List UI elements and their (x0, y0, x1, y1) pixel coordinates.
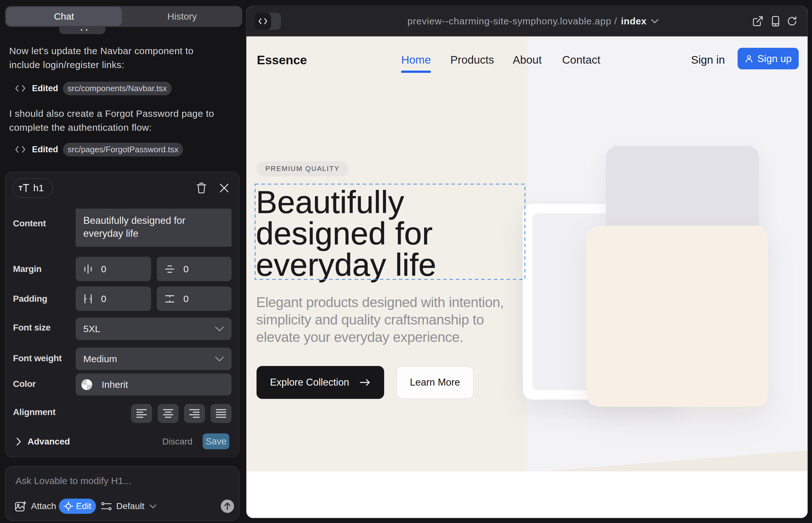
premium-quality-badge: PREMIUM QUALITY (257, 161, 348, 176)
content-input[interactable]: Beautifully designed for everyday life (76, 209, 231, 247)
align-center-button[interactable] (158, 404, 179, 423)
padding-label: Padding (13, 294, 47, 304)
align-right-button[interactable] (184, 404, 205, 423)
font-size-label: Font size (13, 323, 51, 333)
code-icon (15, 84, 25, 92)
padding-x-input[interactable]: 0 (76, 287, 151, 311)
refresh-icon[interactable] (787, 16, 797, 26)
discard-label: Discard (162, 437, 193, 447)
edited-file-row: Edited src/components/Navbar.tsx (9, 82, 172, 95)
mobile-view-icon[interactable] (770, 16, 781, 26)
edited-label: Edited (32, 145, 58, 155)
chevron-down-icon (651, 19, 659, 23)
nav-about[interactable]: About (513, 54, 542, 66)
signin-link[interactable]: Sign in (691, 54, 725, 66)
send-button[interactable] (221, 500, 234, 513)
signup-label: Sign up (757, 53, 792, 65)
preview-panel: preview--charming-site-symphony.lovable.… (246, 6, 808, 518)
website-preview: Essence Home Products About Contact Sign… (246, 36, 808, 518)
sliders-icon (101, 502, 112, 511)
clipped-file-pill (59, 26, 105, 34)
margin-horizontal-icon (83, 264, 93, 274)
font-weight-label: Font weight (13, 353, 62, 363)
learn-more-button[interactable]: Learn More (396, 366, 474, 399)
save-label: Save (206, 436, 226, 447)
padding-x-value: 0 (101, 293, 106, 304)
assistant-message: Now let's update the Navbar component to… (9, 44, 218, 72)
edit-label: Edit (76, 501, 91, 511)
preview-browser-bar: preview--charming-site-symphony.lovable.… (246, 6, 808, 36)
edited-file-row: Edited src/pages/ForgotPassword.tsx (9, 143, 183, 156)
code-icon (15, 145, 25, 154)
edited-file-chip[interactable]: src/pages/ForgotPassword.tsx (63, 143, 183, 157)
url-page: index (621, 16, 647, 26)
chevron-down-icon (215, 326, 224, 331)
nav-home-underline (401, 71, 431, 73)
content-label: Content (13, 218, 46, 229)
nav-products[interactable]: Products (450, 54, 494, 66)
selected-element-tag: h1 (13, 178, 53, 198)
delete-element-button[interactable] (194, 181, 208, 195)
color-label: Color (13, 379, 36, 389)
padding-y-value: 0 (183, 293, 189, 304)
nav-home[interactable]: Home (401, 54, 431, 66)
margin-vertical-icon (164, 264, 175, 274)
code-preview-toggle[interactable] (254, 13, 281, 30)
font-size-select[interactable]: 5XL (76, 318, 231, 340)
tab-history-label: History (167, 11, 197, 22)
padding-vertical-icon (164, 294, 175, 304)
explore-collection-button[interactable]: Explore Collection (257, 366, 384, 399)
edited-file-chip[interactable]: src/components/Navbar.tsx (63, 82, 172, 95)
close-icon[interactable] (217, 181, 231, 195)
arrow-right-icon (360, 378, 371, 386)
open-external-icon[interactable] (753, 16, 763, 26)
margin-x-input[interactable]: 0 (76, 257, 151, 281)
nav-contact[interactable]: Contact (562, 54, 600, 66)
chat-history-tabbar: Chat History (5, 6, 242, 27)
save-button[interactable]: Save (203, 433, 229, 449)
margin-y-input[interactable]: 0 (157, 257, 231, 281)
explore-collection-label: Explore Collection (270, 377, 349, 388)
preview-url[interactable]: preview--charming-site-symphony.lovable.… (407, 6, 658, 36)
type-icon (18, 183, 29, 193)
assistant-message: I should also create a Forgot Password p… (9, 107, 218, 134)
chevron-down-icon (149, 504, 156, 508)
hero-paragraph: Elegant products designed with intention… (256, 293, 513, 346)
tab-chat[interactable]: Chat (6, 7, 122, 26)
tab-chat-label: Chat (54, 11, 74, 22)
alignment-label: Alignment (13, 407, 55, 417)
decor-card-cream (586, 226, 768, 407)
url-prefix: preview--charming-site-symphony.lovable.… (407, 16, 617, 26)
learn-more-label: Learn More (410, 377, 460, 388)
color-value: Inherit (102, 379, 128, 390)
font-size-value: 5XL (83, 324, 100, 334)
prompt-box: Attach Edit Default (5, 466, 240, 521)
edit-mode-pill[interactable]: Edit (59, 499, 96, 514)
advanced-toggle[interactable]: Advanced (16, 434, 70, 450)
mode-label: Default (116, 501, 144, 511)
padding-horizontal-icon (83, 293, 93, 304)
target-icon (64, 502, 73, 511)
discard-button[interactable]: Discard (163, 434, 192, 450)
prompt-input[interactable] (16, 474, 225, 488)
chevron-right-icon (16, 437, 21, 446)
margin-label: Margin (13, 264, 41, 274)
site-logo[interactable]: Essence (257, 53, 307, 68)
person-icon (744, 54, 754, 63)
hero-section: Essence Home Products About Contact Sign… (246, 36, 808, 471)
padding-y-input[interactable]: 0 (157, 287, 231, 311)
element-editor-panel: h1 Content Beautifully designed for ever… (5, 172, 240, 457)
color-select[interactable]: Inherit (76, 374, 231, 395)
margin-y-value: 0 (183, 264, 189, 274)
decor-wedge (540, 450, 808, 471)
align-justify-button[interactable] (211, 404, 231, 423)
transparent-swatch-icon (82, 379, 92, 390)
chevron-down-icon (215, 357, 224, 362)
attach-button[interactable]: Attach (15, 499, 56, 513)
tab-history[interactable]: History (122, 6, 242, 27)
mode-select[interactable]: Default (101, 499, 156, 513)
font-weight-select[interactable]: Medium (76, 348, 231, 370)
align-left-button[interactable] (131, 404, 152, 423)
margin-x-value: 0 (101, 264, 106, 274)
signup-button[interactable]: Sign up (738, 48, 799, 69)
